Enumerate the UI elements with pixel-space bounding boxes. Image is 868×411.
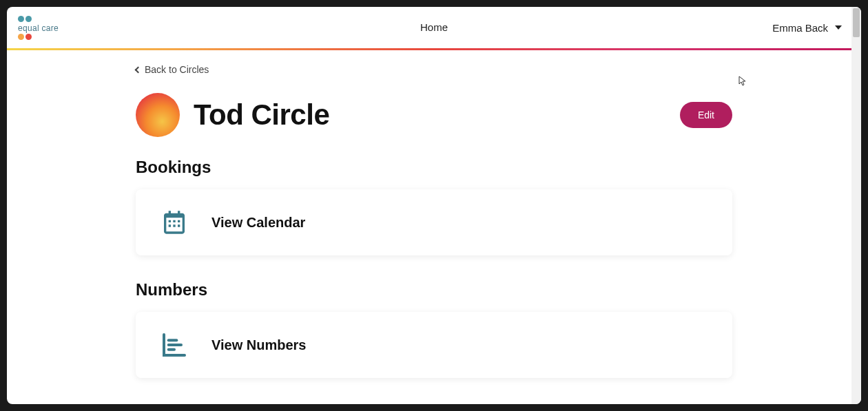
brand-name: equal care: [18, 23, 59, 33]
user-menu[interactable]: Emma Back: [772, 22, 842, 34]
chevron-left-icon: [135, 66, 142, 73]
circle-title-group: Tod Circle: [136, 93, 329, 137]
logo-dots-bottom: [18, 34, 32, 40]
caret-down-icon: [835, 25, 842, 30]
scrollbar-track[interactable]: [851, 7, 861, 404]
logo-dot: [25, 16, 32, 22]
brand-logo[interactable]: equal care: [18, 16, 59, 40]
logo-dots-top: [18, 16, 32, 22]
numbers-section: Numbers View Numbers: [107, 280, 761, 378]
view-numbers-label: View Numbers: [211, 337, 306, 353]
logo-dot: [25, 34, 32, 40]
circle-header: Tod Circle Edit: [107, 79, 761, 158]
bookings-section: Bookings View Calendar: [107, 158, 761, 255]
top-nav: Home: [420, 21, 448, 34]
back-label: Back to Circles: [145, 64, 209, 75]
main-content: Back to Circles Tod Circle Edit Bookings…: [93, 50, 775, 378]
app-window: equal care Home Emma Back Back to Circle…: [7, 7, 861, 404]
logo-dot: [18, 34, 24, 40]
numbers-title: Numbers: [136, 280, 732, 299]
user-name: Emma Back: [772, 22, 828, 34]
calendar-icon: [161, 209, 188, 236]
nav-home[interactable]: Home: [420, 21, 448, 33]
circle-avatar: [136, 93, 180, 137]
chart-icon: [161, 331, 188, 359]
logo-dot: [18, 16, 24, 22]
view-calendar-card[interactable]: View Calendar: [136, 189, 732, 255]
bookings-title: Bookings: [136, 158, 732, 177]
scrollbar-thumb[interactable]: [853, 8, 860, 37]
edit-button[interactable]: Edit: [680, 102, 732, 128]
app-header: equal care Home Emma Back: [7, 7, 861, 48]
view-calendar-label: View Calendar: [211, 215, 305, 231]
back-to-circles-link[interactable]: Back to Circles: [107, 50, 209, 79]
view-numbers-card[interactable]: View Numbers: [136, 312, 732, 378]
circle-title: Tod Circle: [194, 98, 329, 131]
